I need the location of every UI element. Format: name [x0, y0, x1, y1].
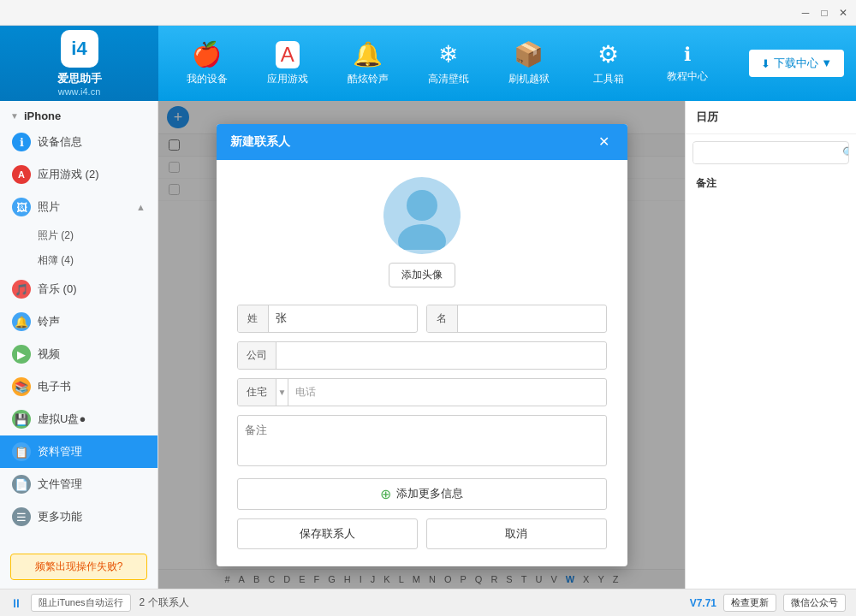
check-update-button[interactable]: 检查更新: [723, 594, 776, 612]
modal-header: 新建联系人 ✕: [217, 124, 627, 160]
contact-count: 2 个联系人: [140, 595, 189, 610]
sidebar-item-music[interactable]: 🎵 音乐 (0): [0, 273, 158, 305]
maximize-button[interactable]: □: [815, 3, 834, 22]
sidebar-item-ebook[interactable]: 📚 电子书: [0, 370, 158, 403]
wallpaper-icon: ❄: [438, 40, 458, 68]
sidebar-udisk-label: 虚拟U盘●: [38, 412, 86, 427]
tools-icon: ⚙: [597, 40, 619, 68]
phone-field: 住宅 ▼ 电话: [237, 378, 607, 406]
sidebar-item-udisk[interactable]: 💾 虚拟U盘●: [0, 403, 158, 435]
search-icon: 🔍: [835, 142, 849, 163]
sidebar-item-data-mgmt[interactable]: 📋 资料管理: [0, 435, 158, 468]
sidebar-item-more[interactable]: ☰ 更多功能: [0, 500, 158, 533]
last-name-field: 姓: [237, 305, 418, 333]
close-button[interactable]: ✕: [834, 3, 853, 22]
sidebar-file-mgmt-label: 文件管理: [38, 477, 82, 492]
stop-itunes-button[interactable]: 阻止iTunes自动运行: [31, 594, 131, 612]
add-avatar-button[interactable]: 添加头像: [389, 263, 455, 287]
modal-overlay: 新建联系人 ✕ 添加头像: [158, 101, 685, 589]
nav-my-device[interactable]: 🍎 我的设备: [176, 33, 238, 93]
nav-wallpaper-label: 高清壁纸: [428, 72, 469, 86]
address-type-label: 住宅: [238, 379, 276, 406]
sidebar-item-device-info[interactable]: ℹ 设备信息: [0, 126, 158, 158]
sidebar-item-ringtone[interactable]: 🔔 铃声: [0, 305, 158, 338]
phone-label: 电话: [288, 379, 323, 406]
modal-close-button[interactable]: ✕: [595, 133, 614, 151]
logo-icon: i4: [61, 30, 98, 68]
sidebar-device-info-label: 设备信息: [38, 134, 82, 150]
minimize-button[interactable]: ─: [796, 3, 815, 22]
photos-collapse-icon: ▲: [136, 202, 146, 212]
nav-jailbreak[interactable]: 📦 刷机越狱: [498, 33, 560, 93]
svg-point-1: [398, 224, 446, 250]
right-panel-section-label: 备注: [686, 171, 856, 196]
cancel-button[interactable]: 取消: [426, 518, 607, 549]
nav-my-device-label: 我的设备: [187, 72, 228, 86]
sidebar-ebook-label: 电子书: [38, 379, 71, 394]
nav-wallpaper[interactable]: ❄ 高清壁纸: [418, 33, 479, 93]
sidebar-ringtone-label: 铃声: [38, 314, 60, 329]
company-field: 公司: [237, 341, 607, 370]
logo-url: www.i4.cn: [58, 86, 101, 97]
download-button[interactable]: ⬇ 下载中心 ▼: [749, 50, 844, 77]
device-info-icon: ℹ: [12, 133, 31, 151]
avatar-area: 添加头像: [237, 177, 607, 287]
sidebar-more-label: 更多功能: [38, 509, 82, 524]
svg-point-0: [407, 190, 437, 221]
notes-textarea[interactable]: [237, 415, 607, 466]
sidebar-item-file-mgmt[interactable]: 📄 文件管理: [0, 468, 158, 500]
sidebar-item-apps[interactable]: A 应用游戏 (2): [0, 158, 158, 191]
company-label: 公司: [238, 342, 276, 369]
download-label: 下载中心 ▼: [774, 56, 832, 71]
nav-apps[interactable]: A 应用游戏: [257, 34, 318, 93]
ebook-sidebar-icon: 📚: [12, 377, 31, 396]
warning-button[interactable]: 频繁出现操作失败?: [10, 554, 147, 580]
logo-text: 爱思助手: [57, 71, 102, 86]
right-panel: 日历 🔍 备注: [685, 101, 856, 589]
new-contact-modal: 新建联系人 ✕ 添加头像: [217, 124, 627, 566]
phone-input[interactable]: [323, 380, 605, 405]
right-panel-header: 日历: [686, 101, 856, 134]
nav-tools[interactable]: ⚙ 工具箱: [579, 33, 639, 93]
last-name-label: 姓: [238, 305, 269, 332]
nav-items: 🍎 我的设备 A 应用游戏 🔔 酷炫铃声 ❄ 高清壁纸 📦 刷机越狱 ⚙ 工具箱…: [158, 26, 737, 101]
sidebar-music-label: 音乐 (0): [38, 281, 77, 297]
right-search: 🔍: [693, 141, 849, 164]
sidebar-sub-photos[interactable]: 照片 (2): [0, 223, 158, 248]
sidebar-item-photos[interactable]: 🖼 照片 ▲: [0, 191, 158, 223]
last-name-input[interactable]: [269, 306, 418, 331]
tutorial-icon: ℹ: [684, 44, 691, 66]
status-right: V7.71 检查更新 微信公众号: [690, 594, 846, 612]
save-contact-button[interactable]: 保存联系人: [237, 518, 418, 549]
main-layout: ▼ iPhone ℹ 设备信息 A 应用游戏 (2) 🖼 照片 ▲ 照片 (2)…: [0, 101, 856, 589]
title-bar: ─ □ ✕: [0, 0, 856, 26]
avatar-person-icon: [388, 181, 456, 250]
avatar-circle: [383, 177, 461, 254]
nav-apps-label: 应用游戏: [267, 72, 308, 86]
first-name-input[interactable]: [458, 306, 607, 331]
company-input[interactable]: [276, 343, 606, 368]
content-area: + # A B C D E F G H I J K L M N: [158, 101, 685, 589]
file-mgmt-sidebar-icon: 📄: [12, 475, 31, 494]
udisk-sidebar-icon: 💾: [12, 410, 31, 429]
ringtone-sidebar-icon: 🔔: [12, 312, 31, 331]
modal-footer: 保存联系人 取消: [237, 518, 607, 549]
sidebar: ▼ iPhone ℹ 设备信息 A 应用游戏 (2) 🖼 照片 ▲ 照片 (2)…: [0, 101, 158, 589]
right-search-input[interactable]: [693, 143, 835, 163]
name-row: 姓 名: [237, 305, 607, 333]
first-name-label: 名: [427, 305, 458, 332]
data-mgmt-sidebar-icon: 📋: [12, 442, 31, 461]
sidebar-sub-albums[interactable]: 相簿 (4): [0, 248, 158, 273]
status-bar: ⏸ 阻止iTunes自动运行 2 个联系人 V7.71 检查更新 微信公众号: [0, 589, 856, 616]
top-nav: i4 爱思助手 www.i4.cn 🍎 我的设备 A 应用游戏 🔔 酷炫铃声 ❄…: [0, 26, 856, 101]
wechat-button[interactable]: 微信公众号: [783, 594, 846, 612]
modal-body: 添加头像 姓 名: [217, 160, 627, 566]
download-arrow-icon: ⬇: [761, 57, 770, 70]
sidebar-item-video[interactable]: ▶ 视频: [0, 338, 158, 370]
apps-sidebar-icon: A: [12, 165, 31, 184]
nav-ringtone[interactable]: 🔔 酷炫铃声: [337, 33, 399, 93]
device-name: iPhone: [24, 110, 61, 122]
nav-tutorial[interactable]: ℹ 教程中心: [657, 37, 718, 91]
add-more-button[interactable]: ⊕ 添加更多信息: [237, 478, 607, 510]
logo-area: i4 爱思助手 www.i4.cn: [0, 26, 158, 101]
